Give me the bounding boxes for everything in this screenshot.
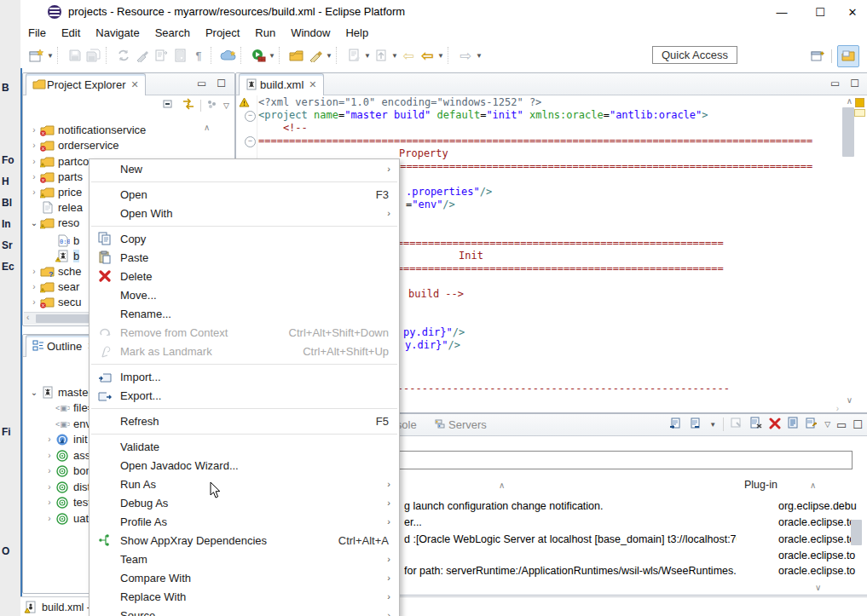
context-menu-item-profile-as[interactable]: Profile As› — [90, 512, 399, 531]
expand-icon[interactable]: › — [43, 514, 55, 523]
synchronize-icon[interactable] — [115, 47, 132, 64]
context-menu-item-copy[interactable]: Copy — [90, 229, 399, 248]
maximize-editor-icon[interactable]: ☐ — [850, 78, 859, 89]
minimize-button[interactable]: — — [769, 5, 795, 20]
view-menu-icon[interactable]: ▽ — [824, 420, 830, 429]
close-button[interactable]: ✕ — [840, 5, 865, 20]
expand-icon[interactable]: › — [28, 157, 40, 166]
context-menu-item-run-as[interactable]: Run As› — [90, 475, 399, 493]
view-menu-icon[interactable]: ▽ — [223, 101, 229, 110]
save-all-icon[interactable] — [85, 47, 102, 64]
expand-icon[interactable]: › — [28, 172, 40, 181]
open-log-icon[interactable] — [787, 417, 799, 432]
context-menu-item-open[interactable]: OpenF3 — [90, 185, 399, 204]
dropdown-icon[interactable]: ▼ — [268, 52, 276, 60]
context-menu-item-replace-with[interactable]: Replace With› — [90, 587, 399, 606]
maximize-button[interactable]: ☐ — [807, 5, 833, 20]
editor-scroll-up-icon[interactable]: ∧ — [847, 96, 853, 106]
fold-collapse-icon[interactable]: − — [245, 111, 256, 122]
close-tab-icon[interactable]: ✕ — [130, 79, 138, 90]
dropdown-icon[interactable]: ▼ — [475, 52, 483, 60]
warning-icon[interactable] — [239, 97, 250, 110]
collapse-icon[interactable]: ⌄ — [28, 388, 40, 397]
editor-scroll-right-icon[interactable]: › — [836, 404, 839, 413]
menu-project[interactable]: Project — [198, 24, 247, 42]
open-folder-icon[interactable] — [288, 47, 305, 64]
tab-project-explorer[interactable]: Project Explorer ✕ — [26, 73, 146, 95]
table-scrollbar-thumb[interactable] — [851, 520, 862, 545]
project-item-b[interactable]: b — [43, 248, 79, 263]
project-item-sear[interactable]: ›sear — [28, 279, 79, 294]
maximize-view-icon[interactable]: ☐ — [853, 418, 863, 431]
context-menu-item-refresh[interactable]: RefreshF5 — [90, 412, 399, 430]
log-plugin[interactable]: oracle.eclipse.to — [778, 565, 855, 577]
minimize-view-icon[interactable]: ▭ — [197, 78, 206, 89]
log-message[interactable]: g launch configuration change notificati… — [404, 500, 737, 512]
back-icon[interactable]: ⇦ — [419, 47, 436, 64]
expand-icon[interactable]: › — [28, 125, 40, 135]
context-menu-item-debug-as[interactable]: Debug As› — [90, 493, 399, 512]
project-item-parts[interactable]: ›parts — [28, 169, 83, 184]
context-menu-item-open-with[interactable]: Open With› — [90, 204, 399, 222]
expand-icon[interactable]: › — [43, 482, 55, 492]
compare-doc-icon[interactable] — [153, 47, 170, 64]
menu-run[interactable]: Run — [247, 24, 283, 42]
expand-icon[interactable]: › — [43, 451, 55, 460]
back-pale-icon[interactable]: ⇦ — [400, 47, 417, 64]
project-item-price[interactable]: ›price — [28, 184, 82, 199]
dropdown-icon[interactable]: ▼ — [363, 52, 372, 60]
collapse-icon[interactable]: ⌄ — [28, 218, 40, 227]
outline-item-envi[interactable]: <▣>envi — [43, 416, 94, 431]
project-item-reso[interactable]: ⌄reso — [28, 215, 79, 230]
outline-item-test[interactable]: ›test — [43, 494, 91, 509]
show-doc-icon[interactable] — [171, 47, 188, 64]
minimize-view-icon[interactable]: ▭ — [836, 418, 847, 431]
dropdown-icon[interactable]: ▼ — [436, 52, 445, 60]
focus-task-icon[interactable] — [206, 99, 218, 112]
maximize-view-icon[interactable]: ☐ — [217, 78, 226, 89]
save-icon[interactable] — [66, 47, 84, 64]
expand-icon[interactable]: › — [28, 297, 40, 307]
context-menu-item-open-javadoc-wizard[interactable]: Open Javadoc Wizard... — [90, 456, 399, 475]
tab-servers[interactable]: Servers — [434, 414, 487, 435]
dropdown-icon[interactable]: ▼ — [390, 52, 399, 60]
menu-help[interactable]: Help — [338, 24, 376, 42]
log-dropdown-icon[interactable]: ▼ — [708, 421, 717, 429]
restore-log-icon[interactable] — [805, 417, 818, 432]
context-menu-item-validate[interactable]: Validate — [90, 437, 399, 456]
outline-item-dist[interactable]: ›dist — [43, 479, 90, 494]
log-plugin[interactable]: org.eclipse.debu — [778, 500, 857, 512]
expand-icon[interactable]: › — [43, 466, 55, 475]
tab-build-xml[interactable]: build.xml ✕ — [239, 73, 324, 95]
import-log-icon[interactable] — [689, 417, 702, 432]
new-wizard-icon[interactable] — [28, 47, 45, 64]
context-menu-item-new[interactable]: New› — [90, 159, 399, 178]
log-plugin[interactable]: oracle.eclipse.to — [778, 550, 855, 561]
run-server-icon[interactable] — [250, 47, 267, 64]
annotate-doc-icon[interactable] — [345, 47, 362, 64]
title-bar[interactable]: projects - Resource - myarrow/resources/… — [20, 0, 867, 24]
plugin-column-header[interactable]: Plug-in — [744, 479, 777, 491]
editor-scroll-down-icon[interactable]: ∨ — [847, 395, 853, 405]
forward-icon[interactable]: ⇨ — [457, 47, 474, 64]
menu-window[interactable]: Window — [283, 24, 338, 42]
warning-marker[interactable] — [855, 98, 864, 107]
nav-up-doc-icon[interactable] — [373, 47, 390, 64]
project-item-orderservice[interactable]: ›orderservice — [28, 137, 119, 153]
project-item-relea[interactable]: relea — [28, 199, 83, 215]
outline-item-uat-[interactable]: ›uat- — [43, 510, 92, 526]
oracle-cloud-icon[interactable] — [220, 47, 237, 64]
warning-range-marker[interactable] — [854, 109, 865, 117]
context-menu-item-show-appxray-dependencies[interactable]: Show AppXray DependenciesCtrl+Alt+A — [90, 531, 399, 550]
log-plugin[interactable]: oracle.eclipse.to — [778, 533, 855, 545]
context-menu-item-source[interactable]: Source› — [90, 606, 399, 616]
project-item-b[interactable]: 0:0b — [43, 233, 79, 248]
show-stack-icon[interactable] — [730, 417, 743, 432]
menu-file[interactable]: File — [20, 24, 54, 42]
clear-log-icon[interactable] — [749, 417, 763, 432]
table-scroll-down-icon[interactable]: ∨ — [815, 583, 821, 592]
outline-item-init-[interactable]: ›init [ — [43, 431, 94, 446]
expand-icon[interactable]: › — [28, 187, 40, 197]
outline-item-file-[interactable]: <▣>file= — [43, 400, 94, 415]
context-menu-item-import[interactable]: Import... — [90, 367, 399, 386]
